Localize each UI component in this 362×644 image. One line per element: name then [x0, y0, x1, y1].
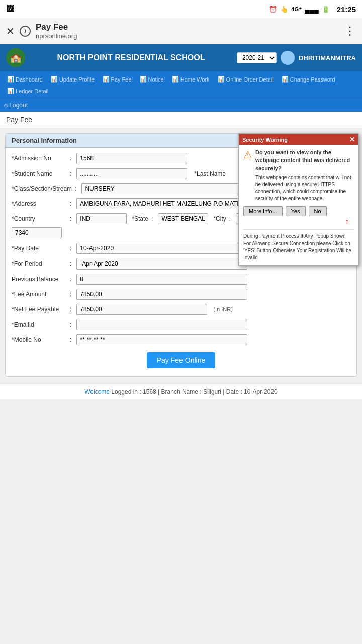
- date-text: Date : 10-Apr-2020: [226, 388, 278, 395]
- nav-change-password[interactable]: 📊Change Password: [279, 74, 338, 84]
- main-content: Personal Information *Admission No : *St…: [0, 128, 362, 382]
- popup-main-question: Do you want to view only the webpage con…: [255, 149, 354, 202]
- notice-icon: 📊: [140, 76, 147, 83]
- popup-buttons: More Info... Yes No: [243, 206, 354, 216]
- nav-ledger[interactable]: 📊Ledger Detail: [4, 86, 51, 96]
- nav-online-order[interactable]: 📊Online Order Detail: [215, 74, 277, 84]
- nav-update-profile[interactable]: 📊Update Profile: [48, 74, 98, 84]
- nav-bar: 📊Dashboard 📊Update Profile 📊Pay Fee 📊Not…: [0, 71, 362, 99]
- signal-icon: ▄▄▄: [305, 6, 319, 13]
- year-select[interactable]: 2020-21: [237, 52, 277, 63]
- security-popup: Security Warning ✕ ⚠ Do you want to view…: [238, 133, 359, 266]
- school-name: NORTH POINT RESIDENTIAL SCHOOL: [30, 53, 232, 62]
- logout-row: ⎋ Logout: [0, 99, 362, 112]
- nav-dashboard[interactable]: 📊Dashboard: [4, 74, 46, 84]
- school-header: 🏫 NORTH POINT RESIDENTIAL SCHOOL 2020-21…: [0, 44, 362, 71]
- popup-close-button[interactable]: ✕: [349, 136, 355, 143]
- popup-info-text: During Payment Process If Any Popup Show…: [243, 229, 354, 261]
- browser-title-block: Pay Fee nprsonline.org: [36, 22, 339, 40]
- red-arrow-indicator: ↑: [243, 217, 354, 226]
- nav-pay-fee[interactable]: 📊Pay Fee: [100, 74, 135, 84]
- browser-chrome: ✕ i Pay Fee nprsonline.org ⋮: [0, 18, 362, 44]
- warning-icon: ⚠: [243, 149, 252, 161]
- network-icon: 4G⁺: [291, 6, 302, 13]
- no-button[interactable]: No: [309, 206, 327, 216]
- logout-icon: ⎋: [4, 102, 9, 109]
- status-bar: 🖼 ⏰ 👆 4G⁺ ▄▄▄ 🔋 21:25: [0, 0, 362, 18]
- popup-titlebar: Security Warning ✕: [239, 134, 358, 145]
- school-right: 2020-21 DHRITIMANMITRA: [237, 51, 356, 65]
- info-icon: i: [20, 26, 31, 37]
- nav-notice[interactable]: 📊Notice: [137, 74, 167, 84]
- time-display: 21:25: [337, 5, 356, 14]
- more-info-button[interactable]: More Info...: [243, 206, 283, 216]
- alarm-icon: ⏰: [269, 6, 277, 13]
- change-password-icon: 📊: [282, 76, 289, 83]
- page-title: Pay Fee: [0, 112, 362, 128]
- logout-button[interactable]: ⎋ Logout: [4, 102, 28, 109]
- footer: Welcome Logged in : 1568 | Branch Name :…: [0, 384, 362, 399]
- popup-title: Security Warning: [242, 137, 288, 143]
- popup-warning-row: ⚠ Do you want to view only the webpage c…: [243, 149, 354, 202]
- branch-text: Branch Name : Siliguri: [161, 388, 221, 395]
- yes-button[interactable]: Yes: [286, 206, 306, 216]
- online-order-icon: 📊: [218, 76, 225, 83]
- username: DHRITIMANMITRA: [299, 54, 356, 62]
- logged-in-text: Logged in : 1568 |: [111, 388, 161, 395]
- user-avatar: [281, 51, 295, 65]
- popup-overlay: Security Warning ✕ ⚠ Do you want to view…: [0, 128, 362, 382]
- update-profile-icon: 📊: [51, 76, 58, 83]
- homework-icon: 📊: [172, 76, 179, 83]
- nav-homework[interactable]: 📊Home Work: [169, 74, 213, 84]
- touch-icon: 👆: [280, 6, 288, 13]
- school-logo: 🏫: [6, 48, 25, 67]
- ledger-icon: 📊: [7, 88, 14, 94]
- dashboard-icon: 📊: [7, 76, 14, 83]
- browser-title: Pay Fee: [36, 22, 339, 32]
- browser-menu-button[interactable]: ⋮: [344, 25, 356, 38]
- pay-fee-icon: 📊: [103, 76, 110, 83]
- browser-url: nprsonline.org: [36, 32, 339, 40]
- popup-body: ⚠ Do you want to view only the webpage c…: [239, 145, 358, 265]
- status-icons: ⏰ 👆 4G⁺ ▄▄▄ 🔋: [269, 6, 329, 13]
- close-button[interactable]: ✕: [6, 25, 15, 37]
- battery-icon: 🔋: [322, 6, 330, 13]
- popup-text-block: Do you want to view only the webpage con…: [255, 149, 354, 202]
- welcome-label: Welcome: [84, 388, 110, 395]
- gallery-icon: 🖼: [6, 5, 14, 14]
